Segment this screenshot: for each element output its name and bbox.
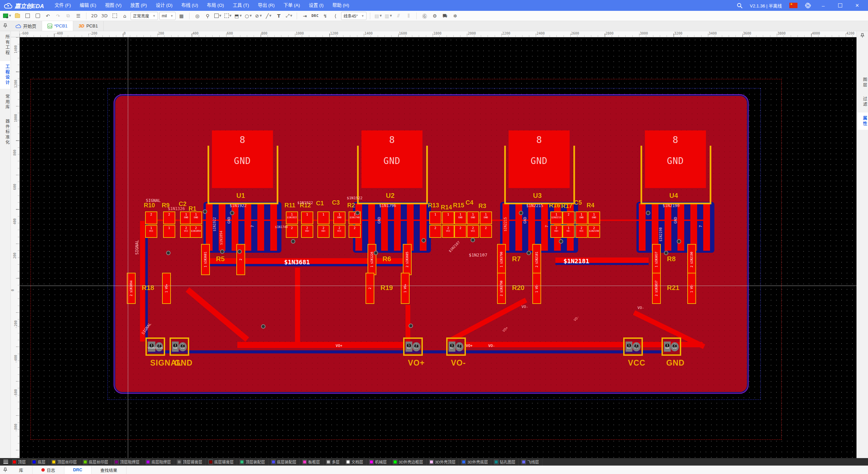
layer-chip-顶层[interactable]: 顶层 [9,458,29,466]
menu-item[interactable]: 文件 (F) [50,0,75,11]
settings-gear-icon[interactable] [805,2,811,8]
gerber-export-icon[interactable]: Ⓖ [420,12,429,20]
doc-settings-icon[interactable]: ⚙ [430,12,439,20]
layer-options-icon[interactable] [3,460,8,464]
redo-icon[interactable]: ↷ [54,12,62,20]
mirror-horizontal-icon[interactable]: ⫻ [394,12,403,20]
menu-item[interactable]: 编辑 (E) [75,0,101,11]
bottom-tab-查找结果[interactable]: 查找结果 [92,466,126,474]
search-icon[interactable] [737,3,743,8]
menu-item[interactable]: 放置 (P) [126,0,151,11]
menu-item[interactable]: 布局 (O) [202,0,228,11]
grid-toggle-icon[interactable]: ▦ [177,12,186,20]
layer-name: 底层阻焊层 [152,459,171,465]
import-icon[interactable]: ⇥ [300,12,309,20]
snapshot-icon[interactable]: ⧉ [64,12,73,20]
view-2d-button[interactable]: 2D [90,12,99,20]
save-all-button[interactable] [33,12,42,20]
pcb-canvas[interactable]: 8GNDU1$1N19228GNDU2$1N17968GNDU3$1N22158… [20,37,856,458]
line-mode-select[interactable]: 线条45°▼ [341,12,367,20]
menu-item[interactable]: 帮助 (H) [328,0,354,11]
order-cart-icon[interactable]: ⛟ [440,12,449,20]
sidebar-tab-常用库[interactable]: 常用库 [0,91,11,114]
bottom-tab-日志[interactable]: 日志 [33,466,64,474]
unit-select[interactable]: mil▼ [159,12,176,20]
menu-item[interactable]: 下单 (A) [279,0,304,11]
zoom-select-icon[interactable] [110,12,119,20]
brightness-select[interactable]: 正常亮度▼ [131,12,158,20]
via-tool-icon[interactable]: ⚲ [203,12,212,20]
close-button[interactable]: × [852,2,862,9]
line-tool-icon[interactable]: ╱▼ [264,12,273,20]
layer-chip-底层[interactable]: 底层 [29,458,49,466]
text-tool-icon[interactable]: T [274,12,283,20]
keepout-tool-icon[interactable]: ⊘▼ [254,12,263,20]
layer-bar: 顶层底层顶层丝印层底层丝印层顶层阻焊层底层阻焊层顶层锡膏层底层锡膏层顶层装配层底… [0,458,868,466]
menu-item[interactable]: 设置 (I) [304,0,328,11]
layer-chip-底层丝印层[interactable]: 底层丝印层 [80,458,112,466]
sidebar-tab-所有工程[interactable]: 所有工程 [0,31,11,59]
align-left-icon[interactable]: ▤▼ [374,12,382,20]
distribute-icon[interactable]: ▥▼ [384,12,393,20]
layer-chip-底层阻焊层[interactable]: 底层阻焊层 [143,458,175,466]
sidebar-tab-工程设计[interactable]: 工程设计 [0,61,11,89]
mirror-vertical-icon[interactable]: ⫼ [404,12,413,20]
preferences-gear-icon[interactable]: ✲ [451,12,459,20]
menu-item[interactable]: 视图 (V) [101,0,126,11]
rect-tool-icon[interactable]: ▼ [213,12,222,20]
polygon-tool-icon[interactable]: ⬒▼ [234,12,242,20]
view-3d-button[interactable]: 3D [100,12,109,20]
tab-PCB1[interactable]: 3DPCB1 [73,21,104,31]
layer-chip-飞线层[interactable]: 飞线层 [519,458,542,466]
minimize-button[interactable]: – [818,3,828,8]
layer-chip-文档层[interactable]: 文档层 [343,458,367,466]
sidebar-tab-器件标准化[interactable]: 器件标准化 [0,116,11,149]
layer-chip-多层[interactable]: 多层 [323,458,343,466]
bottom-tab-DRC[interactable]: DRC [64,466,92,474]
menu-item[interactable]: 工具 (T) [228,0,253,11]
board-view-icon[interactable]: ⌂ [120,12,129,20]
tab-开始页[interactable]: 开始页 [10,21,42,31]
polyline-tool-icon[interactable]: ⟨ [331,12,340,20]
layer-chip-3D外壳底层[interactable]: 3D外壳底层 [459,458,491,466]
dashed-rect-tool-icon[interactable]: ▼ [223,12,232,20]
ruler-tick-label: -200 [14,320,18,328]
ruler-tick-label: 400 [193,32,199,35]
drc-button[interactable]: DRC [311,12,319,20]
menu-item[interactable]: 导出 (R) [253,0,279,11]
search-list-icon[interactable]: ☰ [74,12,83,20]
new-footprint-button[interactable]: ▼ [3,12,12,20]
layer-name: 顶层阻焊层 [120,459,140,465]
layer-chip-板框层[interactable]: 板框层 [300,458,323,466]
layer-chip-钻孔图层[interactable]: 钻孔图层 [491,458,519,466]
tab-PCB1[interactable]: *PCB1 [42,21,73,31]
menu-item[interactable]: 布线 (U) [177,0,203,11]
layer-chip-顶层阻焊层[interactable]: 顶层阻焊层 [112,458,143,466]
layer-chip-底层装配层[interactable]: 底层装配层 [269,458,300,466]
bottom-tab-库[interactable]: 库 [10,466,33,474]
layer-chip-机械层[interactable]: 机械层 [367,458,390,466]
layer-chip-底层锡膏层[interactable]: 底层锡膏层 [206,458,237,466]
panel-tab-图层[interactable]: 图层 [857,74,868,91]
route-tool-icon[interactable]: ↯ [321,12,330,20]
circle-tool-icon[interactable]: ○▼ [244,12,253,20]
dimension-tool-icon[interactable]: ⤢▼ [284,12,293,20]
layer-chip-3D外壳顶层[interactable]: 3D外壳顶层 [427,458,459,466]
layer-chip-顶层丝印层[interactable]: 顶层丝印层 [49,458,80,466]
language-flag-icon[interactable] [789,3,797,8]
pin-icon[interactable] [0,21,10,31]
panel-tab-属性[interactable]: 属性 [857,112,868,130]
layer-chip-顶层装配层[interactable]: 顶层装配层 [237,458,269,466]
layer-color-swatch [115,460,118,464]
layer-chip-顶层锡膏层[interactable]: 顶层锡膏层 [174,458,206,466]
save-button[interactable] [23,12,32,20]
undo-icon[interactable]: ↶ [43,12,52,20]
maximize-button[interactable] [835,3,845,8]
pad-tool-icon[interactable]: ◎ [193,12,202,20]
menu-item[interactable]: 设计 (D) [151,0,177,11]
panel-tab-过滤[interactable]: 过滤 [857,93,868,110]
pin-icon[interactable] [0,466,10,474]
open-folder-button[interactable] [13,12,22,20]
layer-chip-3D外壳边框层[interactable]: 3D外壳边框层 [390,458,427,466]
pin-icon[interactable] [857,31,868,40]
